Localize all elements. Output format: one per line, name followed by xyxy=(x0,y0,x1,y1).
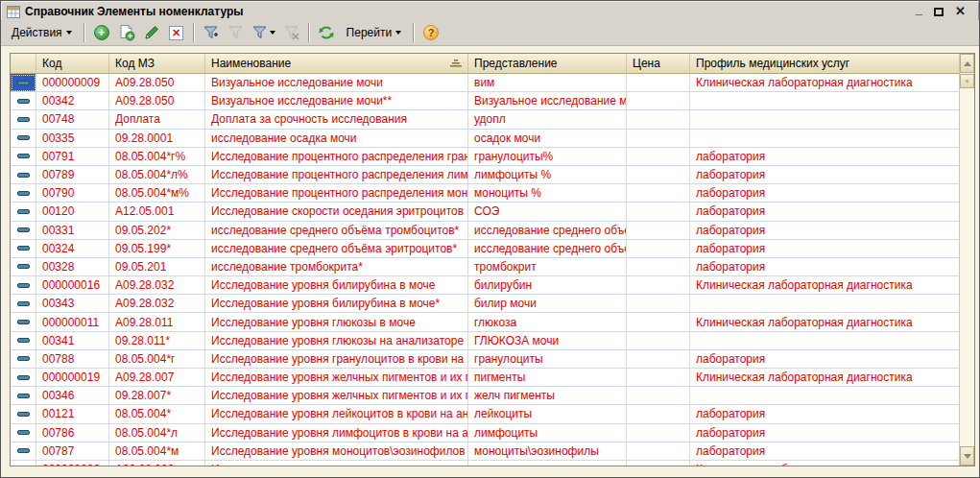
row-icon-cell[interactable] xyxy=(11,276,36,295)
cell-profile[interactable] xyxy=(690,332,959,350)
cell-code[interactable]: 00791 xyxy=(36,148,109,166)
cell-mz[interactable]: A09.28.032 xyxy=(109,295,205,313)
row-icon-cell[interactable] xyxy=(11,92,36,110)
cell-mz[interactable]: 09.28.007* xyxy=(109,387,205,405)
row-icon-cell[interactable] xyxy=(11,222,36,240)
row-icon-cell[interactable] xyxy=(11,295,36,313)
cell-code[interactable]: 00121 xyxy=(36,405,109,423)
table-row[interactable]: 0078708.05.004*мИсследование уровня моно… xyxy=(11,442,959,461)
cell-name[interactable]: Визуальное исследование мочи** xyxy=(205,92,468,110)
cell-name[interactable]: Визуальное исследование мочи xyxy=(205,74,468,92)
cell-price[interactable] xyxy=(627,74,690,92)
cell-price[interactable] xyxy=(627,92,690,110)
cell-price[interactable] xyxy=(627,258,690,276)
cell-code[interactable]: 00790 xyxy=(36,184,109,203)
cell-code[interactable]: 000000009 xyxy=(36,74,109,92)
close-button[interactable]: ✕ xyxy=(955,6,966,17)
cell-repr[interactable]: Визуальное исследование м… xyxy=(468,92,627,110)
cell-name[interactable]: Исследование уровня лейкоцитов в крови н… xyxy=(205,405,468,423)
row-icon-cell[interactable] xyxy=(11,240,36,258)
cell-price[interactable] xyxy=(627,110,690,129)
row-icon-cell-selected[interactable] xyxy=(11,74,36,92)
cell-profile[interactable]: Клиническая лаб xyxy=(690,461,959,466)
cell-price[interactable] xyxy=(627,166,690,184)
row-icon-cell[interactable] xyxy=(11,110,36,129)
cell-mz[interactable]: A12.05.001 xyxy=(109,203,205,221)
table-row[interactable]: 000000019A09.28.007Исследование уровня ж… xyxy=(11,369,959,387)
row-icon-cell[interactable] xyxy=(11,332,36,350)
cell-repr[interactable]: осадок мочи xyxy=(468,130,627,148)
cell-price[interactable] xyxy=(627,240,690,258)
table-row[interactable]: 0032409.05.199*исследование среднего объ… xyxy=(11,240,959,258)
add-by-copy-button[interactable] xyxy=(115,22,138,43)
cell-repr[interactable]: вим xyxy=(468,74,627,92)
header-code[interactable]: Код xyxy=(36,54,109,73)
table-row[interactable]: 00343A09.28.032Исследование уровня билир… xyxy=(11,295,959,313)
cell-mz[interactable]: 08.05.004*л xyxy=(109,424,205,442)
cell-name[interactable]: Исследование уровня желчных пигментов и … xyxy=(205,369,468,387)
cell-name[interactable]: Исследование уровня моноцитов\эозинофило… xyxy=(205,442,468,461)
cell-code[interactable]: 00786 xyxy=(36,424,109,442)
cell-name[interactable]: Исследование уровня гранулоцитов в крови… xyxy=(205,350,468,369)
cell-profile[interactable] xyxy=(690,387,959,405)
cell-repr[interactable]: ГЛЮКОЗА мочи xyxy=(468,332,627,350)
cell-repr[interactable]: лимфоциты xyxy=(468,424,627,442)
cell-name[interactable]: исследование тромбокрита* xyxy=(205,258,468,276)
cell-price[interactable] xyxy=(627,369,690,387)
cell-price[interactable] xyxy=(627,184,690,203)
cell-name[interactable]: Доплата за срочность исследования xyxy=(205,110,468,129)
cell-repr[interactable]: СОЭ xyxy=(468,203,627,221)
cell-repr[interactable]: моноциты\эозинофилы xyxy=(468,442,627,461)
cell-mz[interactable]: 09.05.201 xyxy=(109,258,205,276)
cell-code[interactable]: 000000016 xyxy=(36,276,109,295)
cell-price[interactable] xyxy=(627,148,690,166)
cell-code[interactable]: 00342 xyxy=(36,92,109,110)
row-icon-cell[interactable] xyxy=(11,166,36,184)
cell-price[interactable] xyxy=(627,130,690,148)
cell-mz[interactable]: 09.05.199* xyxy=(109,240,205,258)
cell-profile[interactable] xyxy=(690,130,959,148)
cell-mz[interactable]: 08.05.004*г% xyxy=(109,148,205,166)
row-icon-cell[interactable] xyxy=(11,203,36,221)
cell-repr[interactable]: глюкоза xyxy=(468,313,627,331)
cell-price[interactable] xyxy=(627,405,690,423)
title-bar[interactable]: Справочник Элементы номенклатуры _ ✕ xyxy=(1,1,979,20)
cell-code[interactable]: 00331 xyxy=(36,222,109,240)
scroll-up-button[interactable] xyxy=(960,54,974,73)
cell-profile[interactable]: лаборатория xyxy=(690,184,959,203)
cell-profile[interactable]: лаборатория xyxy=(690,424,959,442)
cell-code[interactable]: 000000011 xyxy=(36,313,109,331)
cell-code[interactable]: 00120 xyxy=(36,203,109,221)
cell-profile[interactable]: лаборатория xyxy=(690,222,959,240)
cell-code[interactable]: 000000020 xyxy=(36,461,109,466)
cell-repr[interactable]: гранулоциты xyxy=(468,350,627,369)
cell-repr[interactable]: билирубин xyxy=(468,276,627,295)
add-button[interactable]: + xyxy=(90,22,113,43)
row-icon-cell[interactable] xyxy=(11,405,36,423)
cell-mz[interactable]: 08.05.004*м% xyxy=(109,184,205,203)
table-row[interactable]: 0034609.28.007*Исследование уровня желчн… xyxy=(11,387,959,405)
cell-mz[interactable]: 09.28.0001 xyxy=(109,130,205,148)
cell-mz[interactable]: Доплата xyxy=(109,110,205,129)
cell-price[interactable] xyxy=(627,442,690,461)
cell-repr[interactable]: лимфоциты % xyxy=(468,166,627,184)
scrollbar-thumb[interactable] xyxy=(960,74,974,88)
cell-profile[interactable]: лаборатория xyxy=(690,350,959,369)
row-icon-cell[interactable] xyxy=(11,424,36,442)
cell-price[interactable] xyxy=(627,350,690,369)
row-icon-cell[interactable] xyxy=(11,148,36,166)
cell-mz[interactable]: 09.28.011* xyxy=(109,332,205,350)
cell-repr[interactable]: лейкоциты xyxy=(468,405,627,423)
table-row[interactable]: 0033109.05.202*исследование среднего объ… xyxy=(11,222,959,240)
cell-name[interactable]: Исследование уровня лимфоцитов в крови н… xyxy=(205,424,468,442)
cell-mz[interactable]: 08.05.004*м xyxy=(109,442,205,461)
cell-profile[interactable]: Клиническая лабораторная диагностика xyxy=(690,369,959,387)
cell-price[interactable] xyxy=(627,276,690,295)
cell-mz[interactable]: 08.05.004*л% xyxy=(109,166,205,184)
cell-name[interactable]: Исследование уровня билирубина в моче xyxy=(205,276,468,295)
header-representation[interactable]: Представление xyxy=(468,54,627,73)
cell-mz[interactable]: 08.05.004*г xyxy=(109,350,205,369)
table-row[interactable]: 0079108.05.004*г%Исследование процентног… xyxy=(11,148,959,166)
help-button[interactable]: ? xyxy=(419,22,442,43)
clear-filter-button[interactable] xyxy=(280,22,303,43)
